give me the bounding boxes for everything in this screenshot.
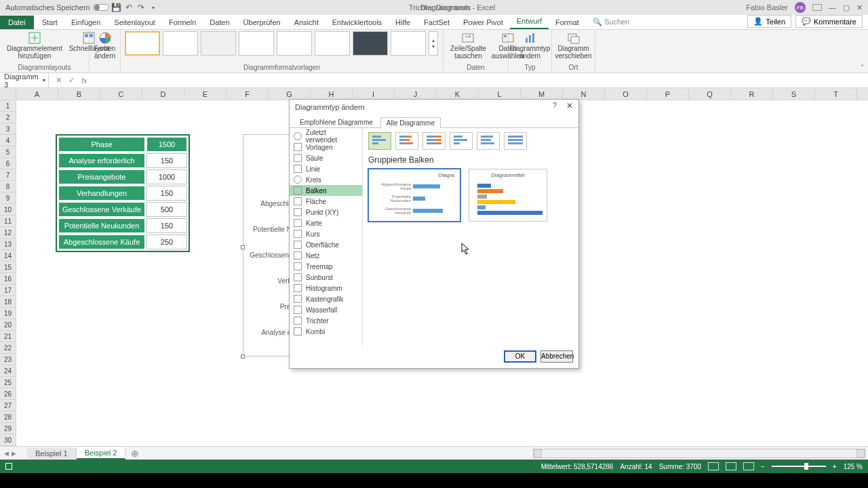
col-header[interactable]: E bbox=[184, 88, 226, 100]
col-header[interactable]: S bbox=[773, 88, 815, 100]
subtype-3d-100stacked-bar[interactable] bbox=[504, 132, 527, 150]
subtype-3d-stacked-bar[interactable] bbox=[477, 132, 500, 150]
chart-style-6[interactable] bbox=[315, 31, 350, 56]
row-header[interactable]: 5 bbox=[0, 146, 16, 158]
redo-icon[interactable]: ↷ bbox=[136, 3, 146, 12]
row-header[interactable]: 16 bbox=[0, 273, 16, 285]
search-box[interactable]: 🔍 Suchen bbox=[586, 15, 636, 29]
tab-powerpivot[interactable]: Power Pivot bbox=[456, 16, 510, 29]
category-surface[interactable]: Oberfläche bbox=[290, 239, 362, 250]
row-header[interactable]: 24 bbox=[0, 365, 16, 377]
horizontal-scrollbar[interactable] bbox=[533, 449, 865, 458]
table-header[interactable]: Phase bbox=[58, 137, 145, 152]
cancel-formula-icon[interactable]: ✕ bbox=[56, 76, 62, 85]
chart-styles-more[interactable]: ▴▾ bbox=[429, 31, 438, 56]
row-header[interactable]: 13 bbox=[0, 239, 16, 250]
tab-pagelayout[interactable]: Seitenlayout bbox=[107, 16, 162, 29]
tab-view[interactable]: Ansicht bbox=[288, 16, 326, 29]
chart-style-7[interactable] bbox=[353, 31, 388, 56]
row-header[interactable]: 3 bbox=[0, 123, 16, 135]
row-header[interactable]: 30 bbox=[0, 434, 16, 446]
row-header[interactable]: 6 bbox=[0, 158, 16, 169]
dialog-help-icon[interactable]: ? bbox=[550, 101, 559, 109]
tab-start[interactable]: Start bbox=[35, 16, 64, 29]
category-boxplot[interactable]: Kastengrafik bbox=[290, 293, 362, 304]
col-header[interactable]: O bbox=[605, 88, 647, 100]
move-chart-button[interactable]: Diagrammverschieben bbox=[556, 31, 591, 60]
tab-factset[interactable]: FactSet bbox=[417, 16, 456, 29]
dialog-tab-all[interactable]: Alle Diagramme bbox=[380, 117, 441, 128]
table-row-value[interactable]: 500 bbox=[146, 202, 187, 217]
chart-style-2[interactable] bbox=[163, 31, 198, 56]
zoom-slider[interactable] bbox=[772, 466, 826, 467]
minimize-icon[interactable]: — bbox=[829, 3, 836, 12]
chart-style-8[interactable] bbox=[391, 31, 426, 56]
row-header[interactable]: 9 bbox=[0, 192, 16, 204]
dialog-close-icon[interactable]: ✕ bbox=[564, 101, 576, 112]
tab-file[interactable]: Datei bbox=[0, 16, 34, 29]
fx-icon[interactable]: fx bbox=[81, 77, 87, 85]
zoom-in-icon[interactable]: + bbox=[833, 463, 837, 470]
user-avatar[interactable]: FB bbox=[795, 2, 806, 13]
tab-data[interactable]: Daten bbox=[203, 16, 236, 29]
dialog-tab-recommended[interactable]: Empfohlene Diagramme bbox=[294, 117, 379, 127]
row-header[interactable]: 8 bbox=[0, 181, 16, 192]
category-scatter[interactable]: Punkt (XY) bbox=[290, 207, 362, 218]
view-pagelayout-icon[interactable] bbox=[726, 462, 736, 470]
table-row-label[interactable]: Potentielle Neukunden bbox=[58, 218, 145, 233]
row-header[interactable]: 29 bbox=[0, 423, 16, 434]
zoom-level[interactable]: 125 % bbox=[844, 463, 863, 470]
category-sunburst[interactable]: Sunburst bbox=[290, 272, 362, 283]
tab-developer[interactable]: Entwicklertools bbox=[326, 16, 389, 29]
row-header[interactable]: 19 bbox=[0, 308, 16, 319]
category-combo[interactable]: Kombi bbox=[290, 326, 362, 337]
sheet-tab-1[interactable]: Beispiel 1 bbox=[27, 448, 77, 459]
subtype-clustered-bar[interactable] bbox=[368, 132, 391, 150]
view-pagebreak-icon[interactable] bbox=[743, 462, 754, 470]
col-header[interactable]: C bbox=[100, 88, 142, 100]
table-row-label[interactable]: Abgeschlossene Käufe bbox=[58, 235, 145, 249]
row-header[interactable]: 25 bbox=[0, 377, 16, 388]
ribbon-display-icon[interactable] bbox=[812, 4, 822, 11]
subtype-100stacked-bar[interactable] bbox=[422, 132, 446, 150]
row-header[interactable]: 26 bbox=[0, 388, 16, 400]
change-chart-type-button[interactable]: Diagrammtypändern bbox=[513, 31, 547, 60]
close-window-icon[interactable]: ✕ bbox=[856, 3, 863, 12]
subtype-stacked-bar[interactable] bbox=[395, 132, 418, 150]
col-header[interactable]: T bbox=[815, 88, 857, 100]
table-row-value[interactable]: 150 bbox=[146, 186, 187, 201]
row-header[interactable]: 4 bbox=[0, 135, 16, 146]
zoom-out-icon[interactable]: − bbox=[761, 463, 765, 470]
table-row-value[interactable]: 150 bbox=[146, 218, 187, 233]
col-header[interactable]: R bbox=[731, 88, 773, 100]
sheet-nav-prev-icon[interactable]: ◀ bbox=[4, 450, 9, 457]
table-row-value[interactable]: 250 bbox=[146, 235, 187, 249]
tab-help[interactable]: Hilfe bbox=[389, 16, 417, 29]
category-radar[interactable]: Netz bbox=[290, 250, 362, 261]
table-header-value[interactable]: 1500 bbox=[146, 137, 187, 152]
ok-button[interactable]: OK bbox=[504, 350, 536, 363]
col-header[interactable]: K bbox=[437, 88, 479, 100]
row-header[interactable]: 2 bbox=[0, 112, 16, 123]
sheet-tab-2[interactable]: Beispiel 2 bbox=[77, 447, 126, 460]
category-funnel[interactable]: Trichter bbox=[290, 315, 362, 326]
col-header[interactable]: J bbox=[395, 88, 437, 100]
chart-style-1[interactable] bbox=[125, 31, 160, 56]
chart-style-4[interactable] bbox=[239, 31, 274, 56]
collapse-ribbon-icon[interactable]: ˄ bbox=[861, 64, 864, 71]
toggle-switch-icon[interactable] bbox=[93, 4, 109, 11]
row-header[interactable]: 21 bbox=[0, 331, 16, 342]
accept-formula-icon[interactable]: ✓ bbox=[68, 76, 75, 85]
col-header[interactable]: B bbox=[58, 88, 100, 100]
col-header[interactable]: Q bbox=[689, 88, 731, 100]
row-header[interactable]: 7 bbox=[0, 169, 16, 181]
col-header[interactable]: I bbox=[353, 88, 395, 100]
change-colors-button[interactable]: Farbenändern bbox=[94, 31, 116, 60]
col-header[interactable]: N bbox=[563, 88, 605, 100]
row-header[interactable]: 28 bbox=[0, 411, 16, 423]
category-column[interactable]: Säule bbox=[290, 152, 362, 163]
tab-formulas[interactable]: Formeln bbox=[162, 16, 203, 29]
category-pie[interactable]: Kreis bbox=[290, 174, 362, 185]
chart-preview-1[interactable]: Diagra Abgeschlossene Käufe Potentielle … bbox=[368, 169, 460, 222]
comments-button[interactable]: 💬Kommentare bbox=[795, 15, 863, 28]
